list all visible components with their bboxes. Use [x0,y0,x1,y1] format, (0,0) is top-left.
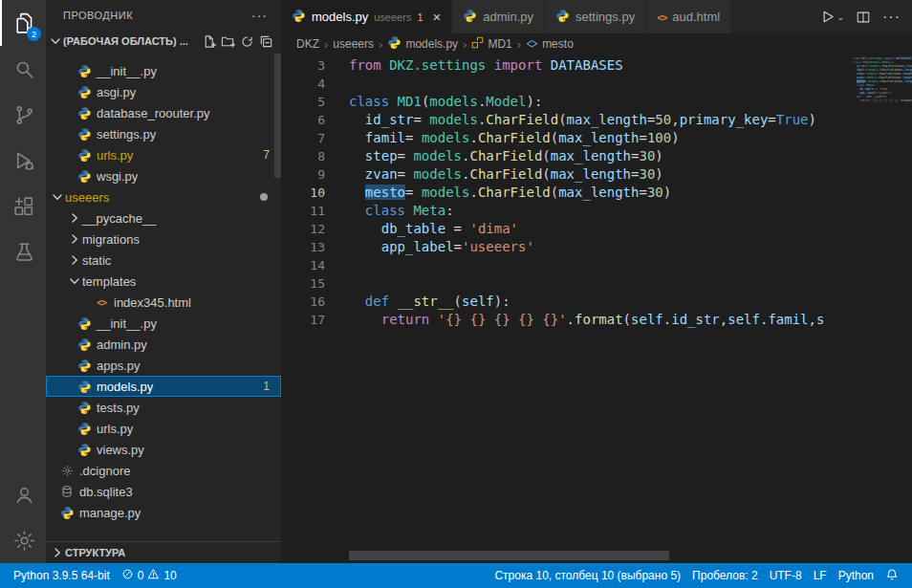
status-indentation[interactable]: Пробелов: 2 [686,563,764,588]
more-actions-button[interactable]: ··· [882,9,901,26]
code-line-4[interactable]: 4 [281,75,853,93]
tree-item-db-sqlite3[interactable]: db.sqlite3 [46,481,281,502]
workspace-section-header[interactable]: (РАБОЧАЯ ОБЛАСТЬ) ... [46,31,281,52]
python-icon [387,35,402,53]
code-line-11[interactable]: 11 class Meta: [281,202,853,220]
collapse-all-icon[interactable] [256,32,275,51]
code-text: db_table = 'dima' [325,220,518,238]
code-text: step= models.CharField(max_length=30) [325,147,663,165]
tree-item-urls-py[interactable]: urls.py [46,418,281,439]
sidebar-scrollbar[interactable] [274,54,281,178]
breadcrumb-dkz[interactable]: DKZ [296,37,319,51]
run-button[interactable]: ⌄ [819,9,844,25]
tab-aud-html[interactable]: <>aud.html [646,0,731,33]
tree-item-static[interactable]: static [46,250,281,271]
tree-item-init-py[interactable]: __init__.py [46,313,281,334]
status-notifications[interactable] [879,563,904,588]
tree-item-admin-py[interactable]: admin.py [46,334,281,355]
tree-item-apps-py[interactable]: apps.py [46,355,281,376]
status-cursor-position[interactable]: Строка 10, столбец 10 (выбрано 5) [489,563,686,588]
activity-testing[interactable] [0,229,46,275]
python-file-icon [76,316,92,331]
breadcrumb-md1[interactable]: MD1 [471,36,511,52]
code-line-3[interactable]: 3from DKZ.settings import DATABASES [281,56,853,75]
problems-badge: 7 [263,148,270,162]
status-text: UTF-8 [770,569,802,582]
close-icon[interactable]: × [433,10,442,24]
tree-item-settings-py[interactable]: settings.py [46,123,281,144]
tree-item-manage-py[interactable]: manage.py [46,502,281,523]
code-line-16[interactable]: 16 def __str__(self): [281,293,853,311]
modified-dot-icon [260,193,268,201]
code-line-13[interactable]: 13 app_label='useeers' [281,238,853,256]
tab-models-py[interactable]: models.pyuseeers1× [281,0,452,33]
line-number: 3 [281,56,325,75]
tree-item-templates[interactable]: templates [46,271,281,292]
breadcrumb-label: MD1 [488,37,511,51]
code-line-9[interactable]: 9 zvan= models.CharField(max_length=30) [281,165,853,184]
minimap[interactable]: from DKZ.settings import DATABASESclass … [849,56,912,563]
activity-accounts[interactable] [0,471,46,517]
code-line-8[interactable]: 8 step= models.CharField(max_length=30) [281,147,853,165]
tree-item-index345-html[interactable]: <>index345.html [46,292,281,313]
tree-item-migrations[interactable]: migrations [46,229,281,250]
breadcrumb-useeers[interactable]: useeers [333,37,374,51]
status-encoding[interactable]: UTF-8 [764,563,808,588]
tab-admin-py[interactable]: admin.py [452,0,545,33]
tab-bar: models.pyuseeers1×admin.pysettings.py<>a… [281,0,912,33]
breadcrumb-models-py[interactable]: models.py [387,35,458,53]
tree-item-tests-py[interactable]: tests.py [46,397,281,418]
tab-settings-py[interactable]: settings.py [545,0,646,33]
tree-item-urls-py[interactable]: urls.py7 [46,144,281,165]
sidebar-title: ПРОВОДНИК [63,10,133,21]
refresh-icon[interactable] [237,32,256,51]
activity-explorer[interactable]: 2 [0,0,46,46]
activity-spacer [0,275,46,471]
status-python-version[interactable]: Python 3.9.5 64-bit [8,563,116,588]
symbol-class-icon [471,36,484,52]
code-line-6[interactable]: 6 id_str= models.CharField(max_length=50… [281,111,853,129]
activity-extensions[interactable] [0,184,46,229]
horizontal-scrollbar[interactable] [349,551,669,560]
outline-section-header[interactable]: СТРУКТУРА [46,541,281,563]
activity-run-debug[interactable] [0,138,46,184]
code-line-15[interactable]: 15 [281,274,853,293]
activity-search[interactable] [0,46,46,92]
tree-item-views-py[interactable]: views.py [46,439,281,460]
tree-item-asgi-py[interactable]: asgi.py [46,81,281,102]
code-text: class Meta: [325,202,454,220]
line-number: 8 [281,147,325,165]
code-editor[interactable]: 3from DKZ.settings import DATABASES45cla… [281,54,912,563]
new-file-icon[interactable] [199,32,218,51]
new-folder-icon[interactable] [218,32,237,51]
python-file-icon [59,505,75,520]
tree-item-models-py[interactable]: models.py1 [46,376,281,397]
code-line-14[interactable]: 14 [281,256,853,274]
code-line-5[interactable]: 5class MD1(models.Model): [281,93,853,111]
code-line-10[interactable]: 10 mesto= models.CharField(max_length=30… [281,184,853,202]
more-actions-icon[interactable]: ··· [251,8,268,23]
config-file-icon [59,463,75,478]
tree-item-wsgi-py[interactable]: wsgi.py [46,165,281,186]
split-editor-button[interactable] [856,10,871,25]
status-eol[interactable]: LF [808,563,833,588]
tree-item-init-py[interactable]: __init__.py [46,60,281,81]
code-line-17[interactable]: 17 return '{} {} {} {} {}'.format(self.i… [281,311,853,329]
code-line-12[interactable]: 12 db_table = 'dima' [281,220,853,238]
tree-item-label: admin.py [97,338,147,352]
activity-settings[interactable] [0,517,46,563]
problems-badge: 1 [263,380,270,393]
chevron-down-icon [50,189,65,205]
chevron-down-icon: ⌄ [836,12,844,22]
tree-item-clipped[interactable] [46,52,281,60]
status-language[interactable]: Python [833,563,879,588]
tree-item-pycache[interactable]: __pycache__ [46,207,281,229]
tree-item-dcignore[interactable]: .dcignore [46,460,281,481]
breadcrumb-separator: › [324,37,328,52]
activity-source-control[interactable] [0,92,46,138]
status-problems[interactable]: 010 [116,563,183,588]
code-line-7[interactable]: 7 famil= models.CharField(max_length=100… [281,129,853,147]
breadcrumb-mesto[interactable]: mesto [526,36,574,52]
tree-item-database-roouter-py[interactable]: database_roouter.py [46,102,281,123]
tree-item-useeers[interactable]: useeers [46,186,281,207]
